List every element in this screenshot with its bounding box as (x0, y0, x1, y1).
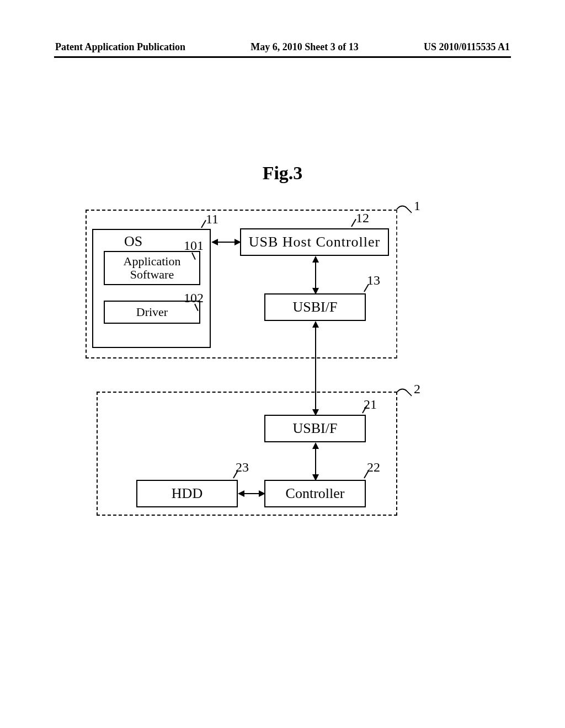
arrowhead-up-icon (312, 256, 319, 263)
arrowhead-down-icon (312, 288, 319, 295)
ref-101: 101 (184, 238, 204, 253)
lead-curve-2 (396, 386, 412, 402)
diagram-canvas: OS Application Software Driver USB Host … (86, 210, 400, 540)
hdd-block: HDD (136, 480, 238, 507)
arrowhead-left-icon (238, 490, 244, 497)
arrowhead-right-icon (234, 239, 241, 245)
arrow-hdd-controller (243, 493, 260, 494)
controller-label: Controller (286, 485, 345, 502)
pub-date-sheet: May 6, 2010 Sheet 3 of 13 (250, 41, 358, 53)
arrowhead-down-icon (312, 409, 319, 416)
driver-label: Driver (136, 306, 168, 319)
usb-host-controller-block: USB Host Controller (240, 228, 389, 256)
arrowhead-right-icon (259, 490, 265, 497)
ref-2: 2 (414, 382, 420, 397)
arrowhead-down-icon (312, 474, 319, 481)
ref-1: 1 (414, 199, 420, 213)
app-software-block: Application Software (104, 251, 200, 285)
ref-21: 21 (364, 397, 377, 412)
pub-number: US 2010/0115535 A1 (424, 41, 510, 53)
header-rule (54, 56, 511, 58)
usbif1-label: USBI/F (293, 299, 338, 315)
page-header: Patent Application Publication May 6, 20… (55, 41, 510, 55)
usb-host-label: USB Host Controller (249, 234, 381, 250)
app-software-label: Application Software (124, 255, 181, 281)
ref-102: 102 (184, 291, 204, 306)
arrow-usbif2-controller (315, 448, 316, 475)
lead-curve-1 (396, 203, 412, 219)
usbif-host-block: USBI/F (264, 293, 366, 321)
usbif-device-block: USBI/F (264, 415, 366, 442)
arrow-usbif1-usbif2 (315, 326, 316, 410)
ref-22: 22 (367, 460, 380, 475)
ref-11: 11 (206, 212, 218, 227)
arrow-os-usbhost (217, 242, 236, 243)
arrow-usbhost-usbif1 (315, 261, 316, 289)
ref-13: 13 (367, 273, 380, 288)
arrowhead-left-icon (211, 239, 218, 245)
pub-type: Patent Application Publication (55, 41, 185, 53)
controller-block: Controller (264, 480, 366, 507)
usbif2-label: USBI/F (293, 420, 338, 437)
ref-23: 23 (236, 460, 249, 475)
ref-12: 12 (356, 211, 369, 226)
arrowhead-up-icon (312, 321, 319, 328)
arrowhead-up-icon (312, 442, 319, 449)
hdd-label: HDD (172, 485, 202, 502)
figure-title: Fig.3 (0, 163, 565, 184)
